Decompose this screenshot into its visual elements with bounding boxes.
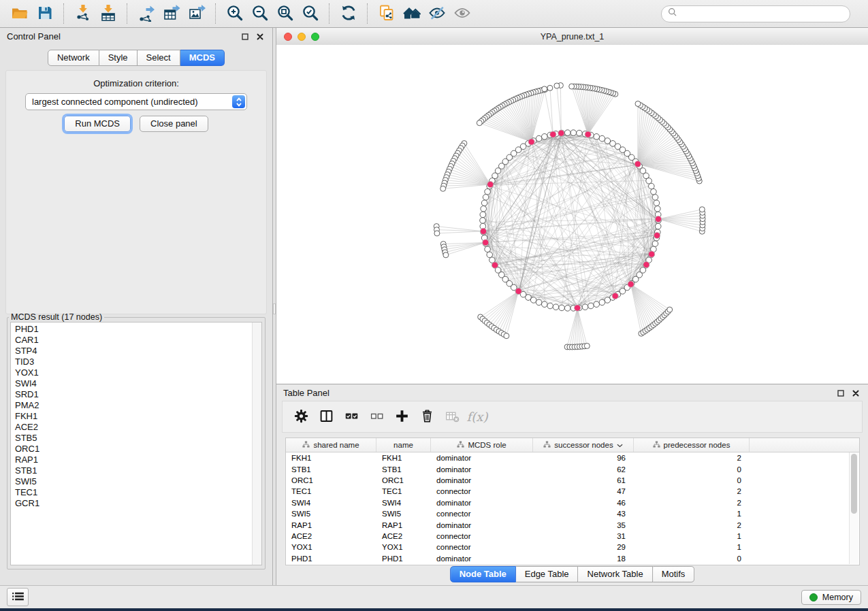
mcds-result-item[interactable]: SWI5 <box>15 476 261 487</box>
zoom-out-button[interactable] <box>249 3 270 24</box>
mcds-result-item[interactable]: ACE2 <box>15 422 261 433</box>
import-network-button[interactable] <box>72 3 93 24</box>
mcds-result-item[interactable]: PMA2 <box>15 400 261 411</box>
zoom-fit-button[interactable] <box>274 3 295 24</box>
float-panel-icon[interactable] <box>240 31 251 42</box>
houses-button[interactable] <box>401 3 422 24</box>
divider-knob[interactable] <box>273 303 276 314</box>
import-table-icon <box>99 4 117 24</box>
task-history-button[interactable] <box>7 588 29 606</box>
table-scrollbar[interactable] <box>849 452 858 564</box>
close-window-icon[interactable] <box>284 33 292 41</box>
mcds-result-item[interactable]: SWI4 <box>15 378 261 389</box>
table-row[interactable]: STB1STB1dominator620 <box>286 463 859 474</box>
mcds-result-item[interactable]: ORC1 <box>15 444 261 455</box>
select-all-rows-button[interactable] <box>341 407 361 427</box>
refresh-button[interactable] <box>338 3 359 24</box>
add-column-button[interactable] <box>391 407 412 427</box>
predecessor-nodes-cell: 0 <box>634 476 750 484</box>
table-row[interactable]: SWI4SWI4dominator462 <box>286 497 859 508</box>
network-canvas[interactable] <box>276 45 868 384</box>
column-header-predecessor-nodes[interactable]: predecessor nodes <box>634 438 750 452</box>
tab-mcds[interactable]: MCDS <box>180 50 225 66</box>
successor-nodes-cell: 46 <box>533 499 634 507</box>
tab-network[interactable]: Network <box>48 50 99 66</box>
search-input[interactable] <box>681 8 843 19</box>
table-row[interactable]: ORC1ORC1dominator610 <box>286 475 859 486</box>
deselect-all-rows-button[interactable] <box>366 407 387 427</box>
tab-select[interactable]: Select <box>138 50 180 66</box>
mcds-result-item[interactable]: FKH1 <box>15 411 261 422</box>
hide-details-button[interactable] <box>426 3 447 24</box>
mcds-role-cell: connector <box>431 487 533 495</box>
name-cell: FKH1 <box>376 454 431 462</box>
maximize-window-icon[interactable] <box>311 33 319 41</box>
zoom-in-button[interactable] <box>224 3 245 24</box>
close-panel-icon[interactable] <box>255 31 266 42</box>
successor-nodes-cell: 96 <box>533 454 634 462</box>
column-header-shared-name[interactable]: shared name <box>286 438 376 452</box>
mcds-result-item[interactable]: STP4 <box>15 346 261 357</box>
predecessor-nodes-cell: 0 <box>634 555 750 563</box>
import-table-button[interactable] <box>97 3 118 24</box>
table-row[interactable]: PHD1PHD1dominator180 <box>286 553 859 564</box>
column-label: successor nodes <box>554 441 613 449</box>
mcds-result-item[interactable]: STB1 <box>15 465 261 476</box>
name-cell: PHD1 <box>376 555 431 563</box>
column-header-name[interactable]: name <box>376 438 431 452</box>
mcds-result-item[interactable]: STB5 <box>15 433 261 444</box>
tab-edge-table[interactable]: Edge Table <box>516 566 579 582</box>
split-panel-button[interactable] <box>316 407 336 427</box>
table-toolbar: f(x) <box>282 401 863 433</box>
delete-column-button[interactable] <box>417 407 437 427</box>
predecessor-nodes-cell: 2 <box>634 487 750 495</box>
dropdown-stepper-icon <box>232 95 245 108</box>
mcds-role-cell: dominator <box>431 555 533 563</box>
mcds-result-item[interactable]: PHD1 <box>15 324 261 335</box>
show-details-button[interactable] <box>451 3 472 24</box>
table-row[interactable]: SWI5SWI5connector431 <box>286 508 859 519</box>
column-header-successor-nodes[interactable]: successor nodes <box>533 438 634 452</box>
tab-motifs[interactable]: Motifs <box>653 566 695 582</box>
export-table-button[interactable] <box>161 3 182 24</box>
export-network-button[interactable] <box>135 3 157 24</box>
predecessor-nodes-cell: 0 <box>634 465 750 474</box>
close-panel-button[interactable]: Close panel <box>140 116 208 132</box>
optimization-criterion-dropdown[interactable]: largest connected component (undirected) <box>25 93 247 110</box>
tab-network-table[interactable]: Network Table <box>579 566 653 582</box>
run-mcds-button[interactable]: Run MCDS <box>64 116 131 132</box>
mcds-result-item[interactable]: RAP1 <box>15 455 261 465</box>
float-table-panel-icon[interactable] <box>835 388 846 399</box>
table-row[interactable]: FKH1FKH1dominator962 <box>286 452 859 463</box>
mcds-result-item[interactable]: YOX1 <box>15 367 261 378</box>
mcds-result-item[interactable]: TEC1 <box>15 487 261 498</box>
mcds-result-item[interactable]: TID3 <box>15 357 261 367</box>
column-header-mcds-role[interactable]: MCDS role <box>431 438 533 452</box>
table-row[interactable]: RAP1RAP1dominator352 <box>286 519 859 530</box>
table-row[interactable]: ACE2ACE2connector311 <box>286 531 859 542</box>
tab-style[interactable]: Style <box>99 50 138 66</box>
tab-node-table[interactable]: Node Table <box>450 566 516 582</box>
search-box[interactable] <box>661 5 850 22</box>
table-row[interactable]: TEC1TEC1connector472 <box>286 486 859 497</box>
table-settings-button[interactable] <box>291 407 311 427</box>
save-session-button[interactable] <box>34 3 55 24</box>
name-cell: SWI5 <box>376 510 431 518</box>
table-row[interactable]: YOX1YOX1connector291 <box>286 542 859 552</box>
memory-button[interactable]: Memory <box>801 590 861 605</box>
open-file-button[interactable] <box>9 3 30 24</box>
export-image-button[interactable] <box>186 3 207 24</box>
close-table-panel-icon[interactable] <box>850 388 861 399</box>
zoom-selected-button[interactable] <box>300 3 321 24</box>
mcds-result-item[interactable]: GCR1 <box>15 498 261 509</box>
shared-name-cell: ORC1 <box>286 476 376 484</box>
table-scrollbar-thumb[interactable] <box>851 454 857 514</box>
mcds-list-scrollbar[interactable] <box>252 323 261 565</box>
column-header-filler <box>750 438 859 452</box>
mcds-result-item[interactable]: SRD1 <box>15 389 261 400</box>
clone-network-button[interactable] <box>376 3 397 24</box>
minimize-window-icon[interactable] <box>298 33 306 41</box>
mcds-result-item[interactable]: CAR1 <box>15 335 261 346</box>
shared-name-cell: YOX1 <box>286 543 376 551</box>
name-cell: TEC1 <box>376 487 431 495</box>
